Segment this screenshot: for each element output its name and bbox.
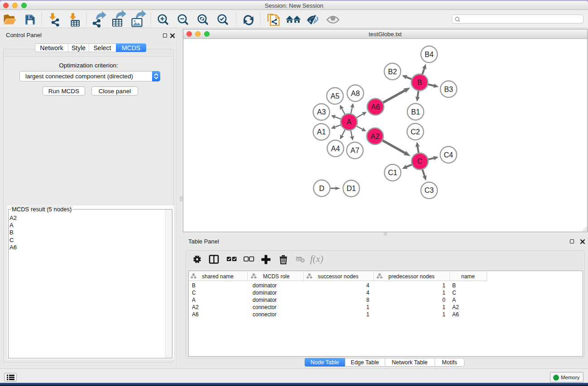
svg-text:A3: A3 (317, 108, 326, 116)
svg-text:B2: B2 (388, 68, 397, 76)
svg-text:B3: B3 (444, 86, 453, 93)
svg-text:B4: B4 (425, 51, 434, 58)
svg-text:A: A (347, 118, 352, 126)
svg-text:C2: C2 (411, 128, 420, 136)
svg-text:A7: A7 (350, 147, 359, 154)
svg-text:C: C (417, 157, 423, 165)
svg-text:D1: D1 (347, 185, 356, 192)
svg-text:B: B (417, 79, 422, 86)
svg-text:A4: A4 (331, 145, 340, 152)
svg-text:C1: C1 (388, 169, 397, 176)
svg-text:A6: A6 (371, 103, 380, 111)
svg-text:f(x): f(x) (310, 253, 323, 264)
svg-text:A1: A1 (317, 128, 326, 136)
svg-text:A5: A5 (330, 92, 339, 100)
svg-text:A8: A8 (351, 90, 360, 97)
svg-text:D: D (319, 185, 325, 192)
svg-text:A2: A2 (371, 133, 380, 140)
svg-text:C3: C3 (425, 186, 434, 194)
svg-text:B1: B1 (411, 108, 420, 116)
svg-text:C4: C4 (444, 151, 453, 159)
